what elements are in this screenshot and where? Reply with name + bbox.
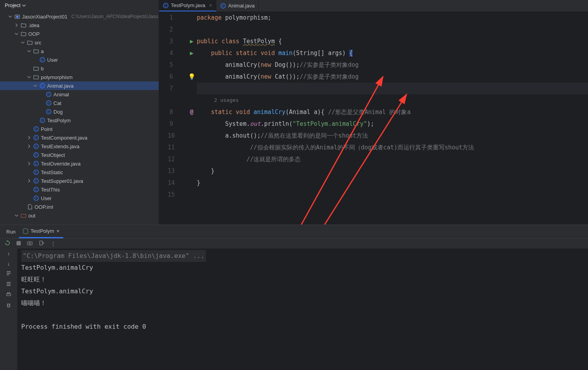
file-icon	[27, 204, 33, 210]
scroll-end-icon[interactable]	[6, 281, 11, 288]
project-root-path: C:\Users\Jason_APCN\IdeaProjects\Jaso	[71, 14, 158, 19]
camera-icon[interactable]	[27, 240, 33, 247]
folder-icon	[20, 22, 27, 28]
line-number: 8	[159, 106, 183, 118]
code-line[interactable]: //但会根据实际的传入的Animal的不同（dog或者cat)而运行其子类重写s…	[197, 142, 588, 153]
svg-text:C: C	[35, 179, 38, 183]
up-icon[interactable]: ↑	[7, 251, 10, 257]
editor-tab[interactable]: CAnimal.java	[216, 0, 259, 11]
code-line[interactable]: //这就是所谓的多态	[197, 153, 588, 165]
project-root[interactable]: JasonXiaoProject01 C:\Users\Jason_APCN\I…	[0, 12, 159, 21]
code-line[interactable]: public class TestPolym {	[197, 35, 588, 47]
code-content[interactable]: package polymorphism;public class TestPo…	[197, 12, 588, 225]
tree-item[interactable]: CCat	[0, 99, 159, 107]
code-line[interactable]: public static void main(String[] args) {	[197, 47, 588, 59]
line-number: 1	[159, 12, 183, 24]
code-line[interactable]: static void animalCry(Animal a){ //形态是父类…	[197, 106, 588, 118]
tree-item[interactable]: out	[0, 211, 159, 220]
line-number: 14	[159, 177, 183, 189]
rerun-button[interactable]	[5, 240, 10, 247]
editor-tab[interactable]: CTestPolym.java×	[159, 0, 216, 11]
tree-item[interactable]: OOP	[0, 29, 159, 38]
chevron-down-icon	[8, 15, 13, 18]
class-icon: C	[46, 91, 52, 98]
svg-text:C: C	[35, 188, 38, 191]
tree-item[interactable]: CTestExtends.java	[0, 142, 159, 151]
run-config-name: TestPolym	[31, 228, 54, 234]
tree-item[interactable]: CUser	[0, 194, 159, 202]
tree-item[interactable]: CAnimal.java	[0, 81, 159, 90]
tree-item[interactable]: b	[0, 64, 159, 73]
class-icon: C	[33, 195, 39, 201]
intention-bulb-icon[interactable]: 💡	[188, 71, 196, 83]
override-icon[interactable]: @	[190, 106, 193, 118]
print-icon[interactable]	[6, 292, 11, 298]
tree-item[interactable]: CAnimal	[0, 90, 159, 99]
class-icon: C	[33, 186, 39, 193]
tree-item[interactable]: CTestStatic	[0, 168, 159, 177]
class-icon: C	[39, 117, 46, 123]
folder-icon	[20, 31, 27, 37]
tree-item[interactable]: CTestObject	[0, 151, 159, 159]
tree-item[interactable]: OOP.iml	[0, 202, 159, 211]
code-line[interactable]	[197, 83, 588, 94]
svg-rect-43	[7, 293, 10, 294]
code-line[interactable]: animalCry(new Dog());//实参是子类对象dog	[197, 59, 588, 71]
code-line[interactable]: a.shout();//虽然在这里看到的是同一个shout方法	[197, 130, 588, 142]
tree-item[interactable]: polymorphism	[0, 73, 159, 81]
code-line[interactable]	[197, 24, 588, 35]
svg-text:C: C	[35, 170, 38, 174]
svg-text:C: C	[222, 4, 225, 8]
line-number: 4	[159, 47, 183, 59]
tree-item[interactable]: CTestSupper01.java	[0, 177, 159, 185]
close-icon[interactable]: ×	[57, 228, 60, 234]
stop-button[interactable]	[16, 241, 21, 247]
run-config-tab[interactable]: TestPolym ×	[19, 225, 64, 238]
code-line[interactable]: System.out.println("TestPolym.animalCry"…	[197, 118, 588, 130]
tree-item[interactable]: CDog	[0, 107, 159, 116]
tree-item[interactable]: CTestComponent.java	[0, 133, 159, 142]
exit-icon[interactable]	[39, 240, 44, 247]
folder-icon	[33, 48, 39, 54]
code-line[interactable]: package polymorphism;	[197, 12, 588, 24]
tree-item-label: OOP	[28, 31, 40, 37]
usages-hint[interactable]: 2 usages	[197, 94, 588, 106]
soft-wrap-icon[interactable]	[6, 271, 11, 277]
run-gutter-icon[interactable]: ▶	[190, 47, 193, 59]
tree-item[interactable]: CPoint	[0, 125, 159, 133]
tree-item[interactable]: CUser	[0, 55, 159, 64]
chevron-right-icon	[27, 144, 31, 148]
svg-text:C: C	[48, 110, 50, 114]
code-line[interactable]: }	[197, 177, 588, 189]
code-editor[interactable]: 123456789101112131415 ▶▶💡@ package polym…	[159, 12, 588, 225]
line-number-gutter: 123456789101112131415	[159, 12, 187, 225]
run-gutter-icon[interactable]: ▶	[190, 35, 193, 47]
tree-item[interactable]: CTestThis	[0, 185, 159, 194]
tree-item[interactable]: CTestOverride.java	[0, 159, 159, 168]
project-tool-header[interactable]: Project	[0, 0, 159, 11]
tree-item-label: Cat	[53, 100, 61, 106]
console-line: TestPolym.animalCry	[21, 285, 584, 297]
down-icon[interactable]: ↓	[7, 261, 10, 267]
chevron-down-icon	[14, 32, 19, 36]
console-output[interactable]: "C:\Program Files\Java\jdk-1.8\bin\java.…	[17, 249, 588, 370]
code-line[interactable]: }	[197, 165, 588, 177]
close-icon[interactable]: ×	[209, 2, 212, 8]
class-icon: C	[163, 3, 169, 8]
trash-icon[interactable]	[6, 302, 11, 309]
code-line[interactable]: animalCry(new Cat());//实参是子类对象dog	[197, 71, 588, 83]
svg-text:C: C	[35, 127, 38, 131]
code-line[interactable]	[197, 189, 588, 201]
tree-item[interactable]: src	[0, 38, 159, 47]
project-tree[interactable]: JasonXiaoProject01 C:\Users\Jason_APCN\I…	[0, 11, 159, 225]
tree-item[interactable]: a	[0, 47, 159, 55]
more-icon[interactable]: ⋮	[51, 241, 56, 247]
module-icon	[14, 13, 20, 20]
tree-item[interactable]: CTestPolym	[0, 116, 159, 125]
class-icon: C	[33, 143, 39, 149]
tree-item-label: a	[41, 48, 44, 54]
run-side-toolbar: ↑ ↓	[0, 249, 17, 370]
tree-item[interactable]: .idea	[0, 21, 159, 29]
class-icon: C	[33, 169, 39, 175]
run-tabs: Run TestPolym ×	[0, 225, 588, 238]
